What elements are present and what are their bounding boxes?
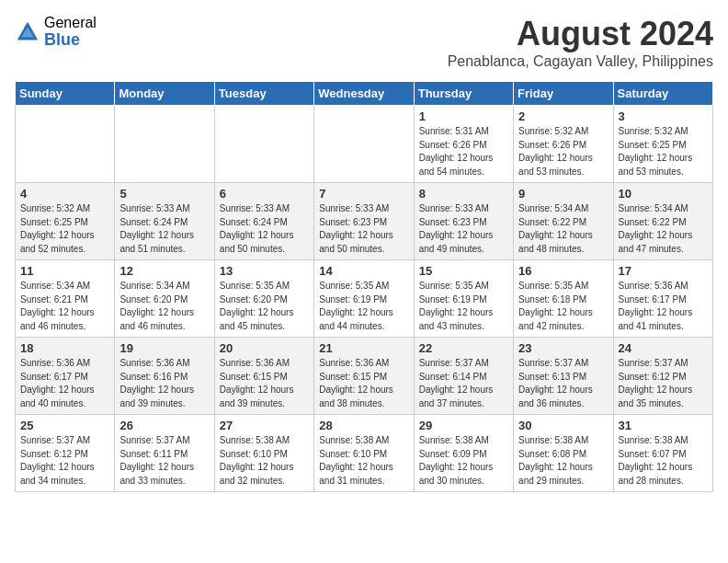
cell-info: Sunrise: 5:35 AM Sunset: 6:20 PM Dayligh… xyxy=(220,280,309,333)
cell-info: Sunrise: 5:33 AM Sunset: 6:23 PM Dayligh… xyxy=(319,202,408,256)
cell-info: Sunrise: 5:35 AM Sunset: 6:18 PM Dayligh… xyxy=(518,280,608,333)
cell-info: Sunrise: 5:33 AM Sunset: 6:23 PM Dayligh… xyxy=(419,202,508,256)
cell-info: Sunrise: 5:38 AM Sunset: 6:09 PM Dayligh… xyxy=(419,434,508,488)
calendar-cell: 9Sunrise: 5:34 AM Sunset: 6:22 PM Daylig… xyxy=(514,183,613,260)
page-header: General Blue August 2024 Penablanca, Cag… xyxy=(15,15,713,70)
calendar-cell: 21Sunrise: 5:36 AM Sunset: 6:15 PM Dayli… xyxy=(314,338,414,415)
date-number: 15 xyxy=(419,264,508,278)
date-number: 14 xyxy=(319,264,408,278)
date-number: 2 xyxy=(518,109,608,123)
calendar-cell xyxy=(314,106,414,183)
cell-info: Sunrise: 5:36 AM Sunset: 6:15 PM Dayligh… xyxy=(319,357,408,410)
cell-info: Sunrise: 5:36 AM Sunset: 6:17 PM Dayligh… xyxy=(20,357,109,410)
calendar-cell: 11Sunrise: 5:34 AM Sunset: 6:21 PM Dayli… xyxy=(16,260,115,338)
day-header-monday: Monday xyxy=(115,82,214,106)
cell-info: Sunrise: 5:36 AM Sunset: 6:16 PM Dayligh… xyxy=(119,357,209,410)
date-number: 18 xyxy=(20,341,109,355)
date-number: 25 xyxy=(20,419,109,432)
calendar-cell: 23Sunrise: 5:37 AM Sunset: 6:13 PM Dayli… xyxy=(514,338,613,415)
date-number: 8 xyxy=(419,187,508,201)
date-number: 31 xyxy=(619,419,708,432)
date-number: 5 xyxy=(119,187,209,201)
calendar-week-row: 25Sunrise: 5:37 AM Sunset: 6:12 PM Dayli… xyxy=(16,415,713,492)
date-number: 10 xyxy=(619,187,708,201)
cell-info: Sunrise: 5:37 AM Sunset: 6:13 PM Dayligh… xyxy=(518,357,608,410)
cell-info: Sunrise: 5:38 AM Sunset: 6:07 PM Dayligh… xyxy=(619,434,708,488)
date-number: 26 xyxy=(119,419,209,432)
cell-info: Sunrise: 5:37 AM Sunset: 6:12 PM Dayligh… xyxy=(619,357,708,410)
calendar-cell: 6Sunrise: 5:33 AM Sunset: 6:24 PM Daylig… xyxy=(214,183,313,260)
date-number: 22 xyxy=(419,341,508,355)
logo-general: General xyxy=(44,15,97,31)
date-number: 6 xyxy=(220,187,309,201)
date-number: 30 xyxy=(518,419,608,432)
title-block: August 2024 Penablanca, Cagayan Valley, … xyxy=(448,15,713,70)
cell-info: Sunrise: 5:34 AM Sunset: 6:22 PM Dayligh… xyxy=(518,202,608,256)
date-number: 24 xyxy=(619,341,708,355)
day-header-wednesday: Wednesday xyxy=(314,82,414,106)
calendar-cell: 8Sunrise: 5:33 AM Sunset: 6:23 PM Daylig… xyxy=(414,183,513,260)
date-number: 11 xyxy=(20,264,109,278)
calendar-cell: 1Sunrise: 5:31 AM Sunset: 6:26 PM Daylig… xyxy=(414,106,513,183)
calendar-cell: 29Sunrise: 5:38 AM Sunset: 6:09 PM Dayli… xyxy=(414,415,513,492)
calendar-cell: 7Sunrise: 5:33 AM Sunset: 6:23 PM Daylig… xyxy=(314,183,414,260)
date-number: 21 xyxy=(319,341,408,355)
calendar-cell: 18Sunrise: 5:36 AM Sunset: 6:17 PM Dayli… xyxy=(16,338,115,415)
date-number: 12 xyxy=(119,264,209,278)
date-number: 19 xyxy=(119,341,209,355)
calendar-cell: 5Sunrise: 5:33 AM Sunset: 6:24 PM Daylig… xyxy=(115,183,214,260)
cell-info: Sunrise: 5:33 AM Sunset: 6:24 PM Dayligh… xyxy=(220,202,309,256)
calendar-cell: 31Sunrise: 5:38 AM Sunset: 6:07 PM Dayli… xyxy=(613,415,712,492)
day-header-sunday: Sunday xyxy=(16,82,115,106)
calendar-cell: 19Sunrise: 5:36 AM Sunset: 6:16 PM Dayli… xyxy=(115,338,214,415)
calendar-table: SundayMondayTuesdayWednesdayThursdayFrid… xyxy=(15,81,713,492)
date-number: 9 xyxy=(518,187,608,201)
logo: General Blue xyxy=(15,15,97,49)
calendar-cell: 28Sunrise: 5:38 AM Sunset: 6:10 PM Dayli… xyxy=(314,415,414,492)
cell-info: Sunrise: 5:34 AM Sunset: 6:22 PM Dayligh… xyxy=(619,202,708,256)
date-number: 4 xyxy=(20,187,109,201)
cell-info: Sunrise: 5:32 AM Sunset: 6:25 PM Dayligh… xyxy=(619,125,708,178)
date-number: 13 xyxy=(220,264,309,278)
cell-info: Sunrise: 5:35 AM Sunset: 6:19 PM Dayligh… xyxy=(419,280,508,333)
logo-icon xyxy=(15,19,40,45)
cell-info: Sunrise: 5:37 AM Sunset: 6:11 PM Dayligh… xyxy=(119,434,209,488)
calendar-cell: 13Sunrise: 5:35 AM Sunset: 6:20 PM Dayli… xyxy=(214,260,313,338)
cell-info: Sunrise: 5:31 AM Sunset: 6:26 PM Dayligh… xyxy=(419,125,508,178)
date-number: 23 xyxy=(518,341,608,355)
cell-info: Sunrise: 5:32 AM Sunset: 6:26 PM Dayligh… xyxy=(518,125,608,178)
date-number: 20 xyxy=(220,341,309,355)
calendar-cell: 14Sunrise: 5:35 AM Sunset: 6:19 PM Dayli… xyxy=(314,260,414,338)
calendar-cell: 24Sunrise: 5:37 AM Sunset: 6:12 PM Dayli… xyxy=(613,338,712,415)
cell-info: Sunrise: 5:36 AM Sunset: 6:15 PM Dayligh… xyxy=(220,357,309,410)
calendar-cell: 27Sunrise: 5:38 AM Sunset: 6:10 PM Dayli… xyxy=(214,415,313,492)
day-header-friday: Friday xyxy=(514,82,613,106)
calendar-cell: 26Sunrise: 5:37 AM Sunset: 6:11 PM Dayli… xyxy=(115,415,214,492)
cell-info: Sunrise: 5:36 AM Sunset: 6:17 PM Dayligh… xyxy=(619,280,708,333)
logo-blue: Blue xyxy=(44,31,97,50)
calendar-cell: 4Sunrise: 5:32 AM Sunset: 6:25 PM Daylig… xyxy=(16,183,115,260)
calendar-week-row: 4Sunrise: 5:32 AM Sunset: 6:25 PM Daylig… xyxy=(16,183,713,260)
cell-info: Sunrise: 5:37 AM Sunset: 6:12 PM Dayligh… xyxy=(20,434,109,488)
day-header-tuesday: Tuesday xyxy=(214,82,313,106)
date-number: 29 xyxy=(419,419,508,432)
date-number: 27 xyxy=(220,419,309,432)
calendar-cell: 3Sunrise: 5:32 AM Sunset: 6:25 PM Daylig… xyxy=(613,106,712,183)
date-number: 28 xyxy=(319,419,408,432)
cell-info: Sunrise: 5:34 AM Sunset: 6:21 PM Dayligh… xyxy=(20,280,109,333)
cell-info: Sunrise: 5:35 AM Sunset: 6:19 PM Dayligh… xyxy=(319,280,408,333)
calendar-cell: 15Sunrise: 5:35 AM Sunset: 6:19 PM Dayli… xyxy=(414,260,513,338)
month-title: August 2024 xyxy=(448,15,713,53)
calendar-header-row: SundayMondayTuesdayWednesdayThursdayFrid… xyxy=(16,82,713,106)
date-number: 3 xyxy=(619,109,708,123)
day-header-thursday: Thursday xyxy=(414,82,513,106)
calendar-cell: 20Sunrise: 5:36 AM Sunset: 6:15 PM Dayli… xyxy=(214,338,313,415)
calendar-cell: 10Sunrise: 5:34 AM Sunset: 6:22 PM Dayli… xyxy=(613,183,712,260)
date-number: 16 xyxy=(518,264,608,278)
calendar-cell xyxy=(115,106,214,183)
cell-info: Sunrise: 5:33 AM Sunset: 6:24 PM Dayligh… xyxy=(119,202,209,256)
calendar-cell: 17Sunrise: 5:36 AM Sunset: 6:17 PM Dayli… xyxy=(613,260,712,338)
cell-info: Sunrise: 5:32 AM Sunset: 6:25 PM Dayligh… xyxy=(20,202,109,256)
calendar-cell xyxy=(16,106,115,183)
calendar-cell: 30Sunrise: 5:38 AM Sunset: 6:08 PM Dayli… xyxy=(514,415,613,492)
